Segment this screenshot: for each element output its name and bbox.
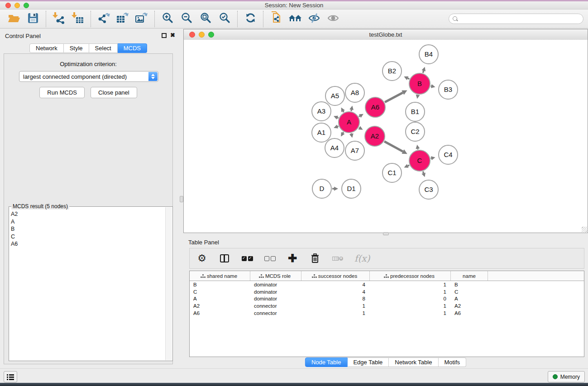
open-file-button[interactable] [5, 10, 24, 28]
show-graphics-details-button[interactable] [324, 10, 343, 28]
table-cell: 1 [370, 303, 451, 309]
table-row[interactable]: Adominator80A [190, 295, 584, 303]
add-column-button[interactable]: ✚ [287, 252, 298, 265]
table-row[interactable]: A2connector11A2 [190, 302, 584, 310]
tab-network[interactable]: Network [29, 43, 64, 53]
tab-node-table[interactable]: Node Table [305, 357, 348, 367]
export-table-button[interactable] [113, 10, 132, 28]
tab-edge-table[interactable]: Edge Table [347, 357, 389, 367]
table-row[interactable]: Cdominator41C [190, 288, 584, 295]
close-window-icon[interactable] [5, 3, 11, 8]
import-table-button[interactable] [68, 10, 87, 28]
search-box[interactable] [449, 14, 583, 24]
network-close-icon[interactable] [189, 32, 195, 38]
zoom-out-button[interactable] [177, 10, 196, 28]
horizontal-splitter-handle[interactable] [383, 232, 389, 235]
control-panel-header: Control Panel ✖ [0, 29, 177, 42]
import-network-icon [53, 12, 65, 26]
result-list-scrollbar[interactable] [165, 207, 172, 360]
mcds-result-item[interactable]: A [11, 218, 166, 226]
vertical-splitter-handle[interactable] [180, 196, 183, 202]
export-image-button[interactable] [132, 10, 151, 28]
network-graph: B4B2BB3A5A8A6A3B1AA1C2A2A4A7C4CC1DD1C3 [184, 40, 588, 233]
table-row[interactable]: A6connector11A6 [190, 310, 584, 317]
column-header-MCDS-role[interactable]: MCDS role [250, 271, 301, 281]
search-input[interactable] [461, 15, 579, 23]
edge-arrowhead-icon [422, 67, 426, 71]
column-header-shared-name[interactable]: shared name [190, 271, 250, 281]
table-settings-button[interactable]: ⚙ [196, 252, 208, 265]
column-header-label: predecessor nodes [390, 273, 435, 279]
zoom-window-icon[interactable] [24, 3, 29, 8]
close-panel-button[interactable]: Close panel [91, 87, 137, 98]
save-session-button[interactable] [24, 10, 43, 28]
mcds-result-item[interactable]: C [11, 233, 166, 241]
zoom-in-button[interactable] [158, 10, 177, 28]
tab-mcds[interactable]: MCDS [118, 43, 147, 53]
function-icon: f(x) [354, 253, 370, 264]
open-file-icon [8, 12, 20, 26]
network-minimize-icon[interactable] [199, 32, 205, 38]
open-home-button[interactable] [286, 10, 305, 28]
column-header-successor-nodes[interactable]: successor nodes [301, 271, 370, 281]
control-panel: Control Panel ✖ NetworkStyleSelectMCDS O… [0, 29, 177, 367]
hide-graphics-details-button[interactable] [305, 10, 324, 28]
toolbar-separator [46, 11, 46, 27]
graph-edge-A-A1 [338, 126, 339, 127]
mcds-result-item[interactable]: A6 [11, 240, 166, 248]
table-cell: B [451, 282, 488, 287]
network-window-controls [189, 32, 214, 38]
delete-table-icon: ✕ [332, 257, 343, 261]
columns-icon [220, 254, 229, 262]
mcds-result-groupbox: MCDS result (5 nodes) A2ABCA6 [9, 206, 173, 361]
tab-style[interactable]: Style [64, 43, 89, 53]
network-canvas[interactable]: B4B2BB3A5A8A6A3B1AA1C2A2A4A7C4CC1DD1C3 [184, 40, 588, 233]
deselect-all-button[interactable] [264, 252, 276, 265]
tab-motifs[interactable]: Motifs [438, 357, 466, 367]
table-toolbar: ⚙ ✚ ✕ f(x) [189, 248, 584, 269]
import-network-button[interactable] [49, 10, 68, 28]
column-view-button[interactable] [219, 252, 230, 265]
zoom-fit-button[interactable] [196, 10, 215, 28]
table-row[interactable]: Bdominator41B [190, 281, 584, 288]
minimize-window-icon[interactable] [14, 3, 20, 8]
toolbar-separator [237, 11, 238, 27]
close-panel-icon[interactable]: ✖ [170, 32, 175, 38]
criterion-select[interactable]: largest connected component (directed) [19, 71, 158, 82]
memory-button[interactable]: Memory [548, 371, 585, 382]
mcds-result-item[interactable]: B [11, 225, 166, 233]
table-cell: C [451, 289, 488, 295]
column-header-name[interactable]: name [451, 271, 488, 281]
table-cell: 0 [370, 296, 451, 301]
export-network-button[interactable] [94, 10, 113, 28]
new-network-from-selection-button[interactable] [267, 10, 286, 28]
graph-node-label: C1 [387, 169, 396, 176]
network-zoom-icon[interactable] [208, 32, 214, 38]
delete-column-button[interactable] [309, 252, 321, 265]
optimization-criterion-label: Optimization criterion: [4, 61, 172, 67]
main-titlebar: Session: New Session [0, 1, 588, 10]
run-mcds-button[interactable]: Run MCDS [39, 87, 85, 98]
table-cell: A2 [190, 303, 250, 309]
export-table-icon [116, 12, 129, 26]
tab-select[interactable]: Select [89, 43, 118, 53]
select-all-button[interactable] [241, 252, 253, 265]
graph-edge-A-A8 [351, 110, 352, 111]
table-cell: 8 [301, 296, 370, 301]
memory-status-icon [553, 374, 558, 379]
table-cell: 4 [301, 289, 370, 295]
graph-edge-A-A5 [343, 111, 344, 112]
graph-edge-C-C3 [423, 172, 423, 173]
float-panel-icon[interactable] [162, 33, 167, 38]
table-cell: dominator [250, 289, 301, 295]
graph-node-label: C3 [424, 186, 433, 193]
task-history-button[interactable] [4, 371, 17, 382]
column-header-predecessor-nodes[interactable]: predecessor nodes [370, 271, 451, 281]
graph-node-label: C4 [444, 151, 452, 158]
mcds-result-item[interactable]: A2 [11, 210, 166, 218]
refresh-view-button[interactable] [241, 10, 260, 28]
tab-network-table[interactable]: Network Table [389, 357, 438, 367]
resize-grip[interactable] [582, 227, 587, 232]
zoom-selected-button[interactable] [215, 10, 234, 28]
table-header-row: shared nameMCDS rolesuccessor nodesprede… [190, 271, 584, 281]
